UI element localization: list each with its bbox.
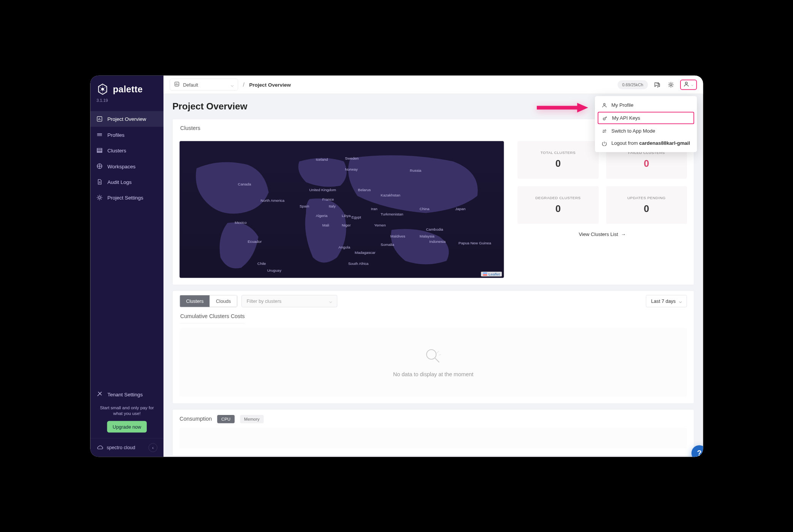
map-country-label: Russia: [410, 168, 421, 173]
spectro-cloud-icon: [96, 443, 103, 451]
map-country-label: Maldives: [390, 234, 405, 238]
map-country-label: South Africa: [348, 261, 368, 266]
svg-point-11: [603, 117, 605, 119]
map-country-label: Kazakhstan: [381, 193, 400, 197]
svg-rect-2: [97, 148, 102, 150]
menu-my-profile[interactable]: My Profile: [595, 98, 697, 111]
sidebar-item-profiles[interactable]: Profiles: [90, 127, 163, 142]
cluster-cloud-toggle: Clusters Clouds: [179, 295, 237, 307]
view-clusters-list-link[interactable]: View Clusters List→: [517, 231, 687, 237]
map-country-label: Angola: [338, 245, 350, 249]
map-country-label: Madagascar: [355, 250, 375, 255]
sidebar-item-audit-logs[interactable]: Audit Logs: [90, 174, 163, 189]
layers-icon: [96, 131, 102, 138]
empty-state-text: No data to display at the moment: [393, 372, 473, 378]
sidebar-item-label: Profiles: [107, 131, 124, 137]
chevron-down-icon: ⌵: [231, 82, 233, 87]
map-country-label: Papua New Guinea: [458, 241, 491, 245]
map-country-label: Algeria: [316, 214, 327, 218]
map-country-label: Uruguay: [267, 268, 281, 272]
svg-point-14: [426, 350, 436, 359]
spectro-cloud-label: spectro cloud: [96, 443, 135, 451]
svg-marker-13: [577, 103, 588, 112]
document-icon: [96, 179, 102, 185]
map-country-label: Niger: [342, 223, 351, 227]
user-dropdown: My Profile My API Keys Switch to App Mod…: [595, 96, 697, 152]
consumption-chart-area: [179, 428, 687, 448]
map-country-label: Mali: [322, 223, 329, 227]
sidebar: palette 3.1.19 Project Overview Profiles…: [90, 75, 163, 457]
topbar: Default ⌵ / Project Overview 0.69/25kCh …: [163, 75, 703, 94]
sidebar-item-clusters[interactable]: Clusters: [90, 142, 163, 158]
svg-point-9: [685, 82, 687, 84]
key-icon: [602, 115, 608, 120]
sidebar-item-project-settings[interactable]: Project Settings: [90, 190, 163, 205]
cluster-stats: Total Clusters0 Failed Clusters0 Degrade…: [517, 141, 687, 278]
map-country-label: Egypt: [351, 215, 361, 219]
chevron-down-icon: ⌵: [329, 298, 332, 304]
map-country-label: Malaysia: [419, 234, 434, 238]
pill-memory[interactable]: Memory: [240, 415, 263, 423]
svg-point-10: [603, 103, 605, 105]
sidebar-item-project-overview[interactable]: Project Overview: [90, 111, 163, 127]
project-selector-label: Default: [183, 82, 198, 87]
map-country-label: Canada: [238, 182, 251, 186]
sidebar-collapse-bar: spectro cloud ‹: [90, 438, 163, 457]
pill-cpu[interactable]: CPU: [217, 415, 234, 423]
breadcrumb-current: Project Overview: [249, 82, 291, 87]
map-country-label: Libya: [342, 214, 351, 218]
sidebar-item-tenant-settings[interactable]: Tenant Settings: [96, 386, 157, 402]
sidebar-item-label: Workspaces: [107, 163, 135, 169]
menu-my-api-keys[interactable]: My API Keys: [598, 112, 694, 124]
map-country-label: Italy: [328, 204, 335, 208]
map-country-label: Japan: [455, 207, 465, 211]
main-area: Default ⌵ / Project Overview 0.69/25kCh …: [163, 75, 703, 457]
upgrade-button[interactable]: Upgrade now: [107, 421, 146, 432]
flag-icon: [483, 273, 487, 276]
map-country-label: Turkmenistan: [381, 212, 403, 216]
map-country-label: Iran: [371, 207, 377, 211]
brand-logo: palette: [90, 75, 163, 98]
magnifier-icon: [423, 347, 442, 366]
promo-text: Start small and only pay for what you us…: [96, 402, 157, 421]
settings-gear-icon[interactable]: [666, 80, 675, 89]
stat-updates-pending: Updates Pending0: [606, 186, 687, 224]
chat-icon[interactable]: [653, 80, 661, 89]
map-country-label: Cambodia: [426, 227, 443, 231]
map-country-label: Belarus: [358, 188, 371, 192]
user-icon: [684, 81, 689, 88]
map-country-label: Mexico: [235, 220, 246, 225]
palette-logo-icon: [96, 83, 108, 95]
toggle-clouds[interactable]: Clouds: [209, 295, 237, 307]
map-country-label: Sweden: [345, 156, 358, 160]
costs-title: Cumulative Clusters Costs: [180, 314, 245, 323]
map-country-label: Chile: [257, 261, 266, 266]
map-country-label: Indonesia: [429, 239, 446, 244]
sidebar-item-label: Audit Logs: [107, 179, 132, 185]
consumption-title: Consumption: [179, 416, 212, 422]
annotation-arrow: [537, 102, 588, 114]
sidebar-item-label: Project Overview: [107, 116, 146, 122]
consumption-card: Consumption CPU Memory: [172, 409, 694, 456]
menu-logout[interactable]: Logout from cardenas88karl-gmail: [595, 137, 697, 149]
sidebar-item-label: Project Settings: [107, 195, 143, 200]
usage-badge: 0.69/25kCh: [617, 80, 648, 89]
filter-by-clusters-select[interactable]: Filter by clusters⌵: [241, 295, 337, 307]
sidebar-item-label: Clusters: [107, 147, 126, 153]
chart-icon: [96, 116, 102, 122]
leaflet-attribution[interactable]: Leaflet: [481, 272, 502, 277]
map-country-label: Somalia: [381, 242, 394, 247]
version-label: 3.1.19: [90, 98, 163, 111]
tenant-label: Tenant Settings: [107, 391, 143, 397]
cluster-map[interactable]: IcelandSwedenNorwayRussiaCanadaUnited Ki…: [179, 141, 504, 278]
menu-switch-app-mode[interactable]: Switch to App Mode: [595, 125, 697, 137]
toggle-clusters[interactable]: Clusters: [180, 295, 210, 307]
svg-point-6: [98, 196, 100, 198]
collapse-sidebar-button[interactable]: ‹: [148, 443, 157, 452]
project-selector[interactable]: Default ⌵: [170, 78, 238, 90]
user-menu-button[interactable]: ⌵: [680, 79, 697, 90]
tools-icon: [96, 391, 102, 398]
svg-rect-3: [97, 150, 102, 151]
sidebar-item-workspaces[interactable]: Workspaces: [90, 158, 163, 174]
date-range-select[interactable]: Last 7 days⌵: [646, 295, 687, 307]
